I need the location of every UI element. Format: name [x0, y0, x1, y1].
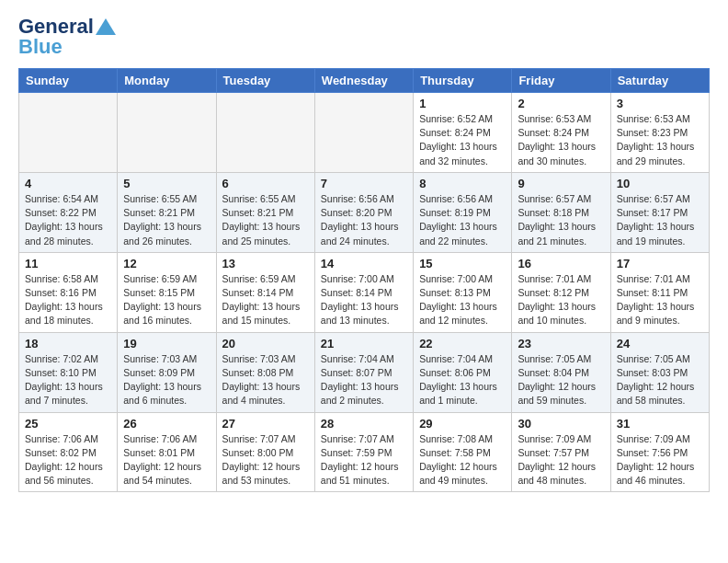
- day-number: 18: [25, 337, 111, 350]
- day-detail: Sunrise: 7:05 AM Sunset: 8:04 PM Dayligh…: [518, 352, 604, 408]
- page: General Blue Sunday Monday Tuesday Wedne…: [0, 0, 728, 507]
- day-cell: 27Sunrise: 7:07 AM Sunset: 8:00 PM Dayli…: [216, 412, 314, 492]
- day-number: 24: [617, 337, 703, 350]
- header-row: Sunday Monday Tuesday Wednesday Thursday…: [19, 69, 710, 93]
- day-cell: 18Sunrise: 7:02 AM Sunset: 8:10 PM Dayli…: [19, 332, 118, 412]
- day-detail: Sunrise: 6:58 AM Sunset: 8:16 PM Dayligh…: [25, 272, 111, 328]
- week-row-5: 25Sunrise: 7:06 AM Sunset: 8:02 PM Dayli…: [19, 412, 710, 492]
- day-detail: Sunrise: 6:55 AM Sunset: 8:21 PM Dayligh…: [123, 192, 210, 248]
- logo-icon: [96, 17, 116, 37]
- col-monday: Monday: [118, 69, 216, 93]
- day-number: 13: [222, 257, 309, 270]
- day-cell: [216, 93, 314, 173]
- week-row-4: 18Sunrise: 7:02 AM Sunset: 8:10 PM Dayli…: [19, 332, 710, 412]
- day-cell: 22Sunrise: 7:04 AM Sunset: 8:06 PM Dayli…: [414, 332, 512, 412]
- day-number: 10: [617, 177, 703, 190]
- day-cell: 6Sunrise: 6:55 AM Sunset: 8:21 PM Daylig…: [216, 172, 314, 252]
- day-cell: 16Sunrise: 7:01 AM Sunset: 8:12 PM Dayli…: [512, 252, 610, 332]
- day-detail: Sunrise: 7:01 AM Sunset: 8:12 PM Dayligh…: [518, 272, 604, 328]
- day-detail: Sunrise: 7:08 AM Sunset: 7:58 PM Dayligh…: [419, 432, 506, 488]
- day-number: 30: [518, 417, 604, 431]
- day-detail: Sunrise: 7:04 AM Sunset: 8:07 PM Dayligh…: [321, 352, 407, 408]
- day-cell: 17Sunrise: 7:01 AM Sunset: 8:11 PM Dayli…: [610, 252, 709, 332]
- day-detail: Sunrise: 7:06 AM Sunset: 8:01 PM Dayligh…: [123, 432, 210, 488]
- day-number: 5: [123, 177, 210, 190]
- week-row-3: 11Sunrise: 6:58 AM Sunset: 8:16 PM Dayli…: [19, 252, 710, 332]
- day-cell: 29Sunrise: 7:08 AM Sunset: 7:58 PM Dayli…: [414, 412, 512, 492]
- day-detail: Sunrise: 6:55 AM Sunset: 8:21 PM Dayligh…: [222, 192, 309, 248]
- day-detail: Sunrise: 7:03 AM Sunset: 8:09 PM Dayligh…: [123, 352, 210, 408]
- col-thursday: Thursday: [414, 69, 512, 93]
- day-detail: Sunrise: 7:00 AM Sunset: 8:14 PM Dayligh…: [321, 272, 407, 328]
- logo-blue-text: Blue: [18, 35, 63, 59]
- day-detail: Sunrise: 6:59 AM Sunset: 8:15 PM Dayligh…: [123, 272, 210, 328]
- day-number: 19: [123, 337, 210, 350]
- day-number: 21: [321, 337, 407, 350]
- day-number: 29: [419, 417, 506, 431]
- day-cell: 31Sunrise: 7:09 AM Sunset: 7:56 PM Dayli…: [610, 412, 709, 492]
- day-detail: Sunrise: 7:01 AM Sunset: 8:11 PM Dayligh…: [617, 272, 703, 328]
- day-detail: Sunrise: 6:56 AM Sunset: 8:19 PM Dayligh…: [419, 192, 506, 248]
- day-number: 26: [123, 417, 210, 431]
- calendar-table: Sunday Monday Tuesday Wednesday Thursday…: [18, 68, 710, 492]
- day-number: 9: [518, 177, 604, 190]
- header: General Blue: [18, 15, 710, 59]
- day-number: 12: [123, 257, 210, 270]
- day-number: 20: [222, 337, 309, 350]
- day-cell: 19Sunrise: 7:03 AM Sunset: 8:09 PM Dayli…: [118, 332, 216, 412]
- day-detail: Sunrise: 7:03 AM Sunset: 8:08 PM Dayligh…: [222, 352, 309, 408]
- day-detail: Sunrise: 7:05 AM Sunset: 8:03 PM Dayligh…: [617, 352, 703, 408]
- day-number: 16: [518, 257, 604, 270]
- day-cell: 9Sunrise: 6:57 AM Sunset: 8:18 PM Daylig…: [512, 172, 610, 252]
- day-cell: 20Sunrise: 7:03 AM Sunset: 8:08 PM Dayli…: [216, 332, 314, 412]
- day-number: 7: [321, 177, 407, 190]
- day-cell: 11Sunrise: 6:58 AM Sunset: 8:16 PM Dayli…: [19, 252, 118, 332]
- day-cell: 30Sunrise: 7:09 AM Sunset: 7:57 PM Dayli…: [512, 412, 610, 492]
- day-number: 14: [321, 257, 407, 270]
- day-detail: Sunrise: 7:00 AM Sunset: 8:13 PM Dayligh…: [419, 272, 506, 328]
- day-detail: Sunrise: 7:04 AM Sunset: 8:06 PM Dayligh…: [419, 352, 506, 408]
- col-friday: Friday: [512, 69, 610, 93]
- day-cell: 24Sunrise: 7:05 AM Sunset: 8:03 PM Dayli…: [610, 332, 709, 412]
- day-detail: Sunrise: 6:57 AM Sunset: 8:18 PM Dayligh…: [518, 192, 604, 248]
- day-cell: 4Sunrise: 6:54 AM Sunset: 8:22 PM Daylig…: [19, 172, 118, 252]
- day-number: 27: [222, 417, 309, 431]
- day-cell: 7Sunrise: 6:56 AM Sunset: 8:20 PM Daylig…: [314, 172, 413, 252]
- day-detail: Sunrise: 6:56 AM Sunset: 8:20 PM Dayligh…: [321, 192, 407, 248]
- day-cell: [19, 93, 118, 173]
- day-number: 6: [222, 177, 309, 190]
- day-detail: Sunrise: 6:53 AM Sunset: 8:23 PM Dayligh…: [617, 112, 703, 168]
- day-detail: Sunrise: 7:07 AM Sunset: 8:00 PM Dayligh…: [222, 432, 309, 488]
- col-sunday: Sunday: [19, 69, 118, 93]
- col-wednesday: Wednesday: [314, 69, 413, 93]
- day-number: 11: [25, 257, 111, 270]
- day-number: 22: [419, 337, 506, 350]
- day-number: 23: [518, 337, 604, 350]
- col-saturday: Saturday: [610, 69, 709, 93]
- day-number: 2: [518, 97, 604, 110]
- day-cell: 13Sunrise: 6:59 AM Sunset: 8:14 PM Dayli…: [216, 252, 314, 332]
- day-cell: 23Sunrise: 7:05 AM Sunset: 8:04 PM Dayli…: [512, 332, 610, 412]
- day-cell: 14Sunrise: 7:00 AM Sunset: 8:14 PM Dayli…: [314, 252, 413, 332]
- day-detail: Sunrise: 6:53 AM Sunset: 8:24 PM Dayligh…: [518, 112, 604, 168]
- day-cell: [118, 93, 216, 173]
- day-number: 8: [419, 177, 506, 190]
- day-number: 1: [419, 97, 506, 110]
- day-detail: Sunrise: 6:52 AM Sunset: 8:24 PM Dayligh…: [419, 112, 506, 168]
- day-cell: 12Sunrise: 6:59 AM Sunset: 8:15 PM Dayli…: [118, 252, 216, 332]
- week-row-2: 4Sunrise: 6:54 AM Sunset: 8:22 PM Daylig…: [19, 172, 710, 252]
- svg-marker-0: [96, 18, 116, 35]
- day-number: 3: [617, 97, 703, 110]
- day-cell: 10Sunrise: 6:57 AM Sunset: 8:17 PM Dayli…: [610, 172, 709, 252]
- day-detail: Sunrise: 6:54 AM Sunset: 8:22 PM Dayligh…: [25, 192, 111, 248]
- day-detail: Sunrise: 7:02 AM Sunset: 8:10 PM Dayligh…: [25, 352, 111, 408]
- day-cell: 3Sunrise: 6:53 AM Sunset: 8:23 PM Daylig…: [610, 93, 709, 173]
- day-cell: 5Sunrise: 6:55 AM Sunset: 8:21 PM Daylig…: [118, 172, 216, 252]
- day-number: 31: [617, 417, 703, 431]
- day-detail: Sunrise: 6:57 AM Sunset: 8:17 PM Dayligh…: [617, 192, 703, 248]
- day-number: 28: [321, 417, 407, 431]
- day-cell: [314, 93, 413, 173]
- day-detail: Sunrise: 7:07 AM Sunset: 7:59 PM Dayligh…: [321, 432, 407, 488]
- day-cell: 25Sunrise: 7:06 AM Sunset: 8:02 PM Dayli…: [19, 412, 118, 492]
- day-cell: 1Sunrise: 6:52 AM Sunset: 8:24 PM Daylig…: [414, 93, 512, 173]
